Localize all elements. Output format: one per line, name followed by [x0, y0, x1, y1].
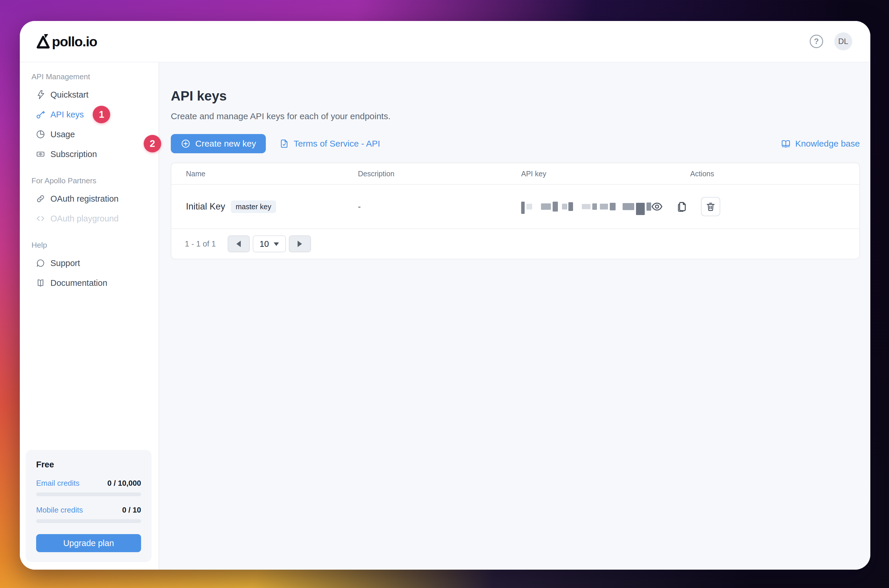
sidebar-section-api-management: API Management Quickstart API keys 1 Usa… [20, 72, 159, 164]
delete-key-button[interactable] [701, 197, 720, 216]
chat-icon [36, 258, 45, 268]
trash-icon [705, 201, 716, 212]
avatar[interactable]: DL [834, 32, 852, 50]
annotation-badge-1: 1 [93, 106, 110, 123]
key-name: Initial Key [186, 201, 225, 212]
main-content: API keys Create and manage API keys for … [159, 62, 870, 570]
view-key-button[interactable] [651, 201, 663, 213]
sidebar-item-api-keys[interactable]: API keys 1 [20, 105, 159, 124]
logo-wordmark: pollo.io [52, 33, 97, 50]
terms-of-service-link[interactable]: Terms of Service - API [279, 139, 380, 148]
app-body: API Management Quickstart API keys 1 Usa… [20, 62, 870, 570]
toolbar: 2 Create new key Terms of Service - API … [171, 134, 860, 153]
sidebar: API Management Quickstart API keys 1 Usa… [20, 62, 159, 570]
email-credits-row: Email credits 0 / 10,000 [36, 479, 141, 488]
master-key-badge: master key [231, 201, 276, 213]
apollo-logo[interactable]: pollo.io [36, 33, 97, 50]
key-name-cell: Initial Key master key [171, 201, 343, 213]
book-icon [36, 278, 45, 288]
mobile-credits-value: 0 / 10 [122, 506, 141, 514]
lightning-icon [36, 90, 45, 100]
key-description-cell: - [343, 202, 507, 212]
plan-name: Free [36, 460, 141, 470]
column-header-name: Name [171, 170, 343, 178]
page-title: API keys [171, 88, 860, 104]
plan-panel: Free Email credits 0 / 10,000 Mobile cre… [26, 450, 152, 562]
credit-card-icon [36, 149, 45, 159]
open-book-icon [781, 139, 791, 148]
mobile-credits-progressbar [36, 519, 141, 523]
sidebar-item-usage[interactable]: Usage [20, 124, 159, 144]
code-icon [36, 214, 45, 224]
section-title: Help [20, 241, 159, 250]
help-icon[interactable]: ? [810, 34, 823, 48]
section-title: For Apollo Partners [20, 176, 159, 185]
sidebar-item-quickstart[interactable]: Quickstart [20, 85, 159, 105]
mobile-credits-link[interactable]: Mobile credits [36, 506, 83, 514]
copy-icon [676, 201, 688, 213]
app-header: pollo.io ? DL [20, 21, 870, 62]
plus-circle-icon [181, 139, 191, 148]
api-keys-table: Name Description API key Actions Initial… [171, 163, 860, 260]
sidebar-item-oauth-registration[interactable]: OAuth registration [20, 189, 159, 208]
table-row: Initial Key master key - [171, 185, 859, 229]
actions-cell [651, 197, 720, 216]
sidebar-item-documentation[interactable]: Documentation [20, 273, 159, 293]
email-credits-value: 0 / 10,000 [107, 479, 141, 488]
annotation-badge-2: 2 [144, 135, 161, 152]
email-credits-progressbar [36, 492, 141, 496]
document-check-icon [279, 139, 289, 148]
pagination: 1 - 1 of 1 10 [171, 229, 859, 259]
sidebar-item-subscription[interactable]: Subscription [20, 144, 159, 164]
knowledge-base-link[interactable]: Knowledge base [781, 139, 860, 148]
eye-icon [651, 201, 663, 213]
apollo-triangle-icon [36, 34, 51, 49]
sidebar-section-help: Help Support Documentation [20, 241, 159, 293]
sidebar-item-oauth-playground: OAuth playground [20, 208, 159, 228]
email-credits-link[interactable]: Email credits [36, 479, 80, 488]
key-icon [36, 110, 45, 120]
page-size-select[interactable]: 10 [253, 236, 286, 252]
pie-chart-icon [36, 129, 45, 139]
column-header-actions: Actions [676, 170, 859, 178]
table-header-row: Name Description API key Actions [171, 163, 859, 185]
next-page-button[interactable] [289, 236, 311, 252]
chevron-down-icon [274, 242, 279, 249]
section-title: API Management [20, 72, 159, 81]
page-background: { "header": { "logo_text": "pollo.io", "… [0, 0, 889, 588]
key-value-cell [507, 195, 676, 218]
page-subtitle: Create and manage API keys for each of y… [171, 111, 860, 121]
mobile-credits-row: Mobile credits 0 / 10 [36, 506, 141, 514]
pagination-range: 1 - 1 of 1 [185, 240, 216, 249]
copy-key-button[interactable] [676, 201, 688, 213]
sidebar-section-partners: For Apollo Partners OAuth registration O… [20, 176, 159, 228]
chevron-left-icon [236, 241, 241, 247]
create-new-key-button[interactable]: Create new key [171, 134, 266, 153]
link-icon [36, 194, 45, 204]
upgrade-plan-button[interactable]: Upgrade plan [36, 534, 141, 552]
sidebar-item-support[interactable]: Support [20, 253, 159, 273]
chevron-right-icon [297, 241, 302, 247]
column-header-description: Description [343, 170, 507, 178]
previous-page-button[interactable] [228, 236, 250, 252]
app-window: pollo.io ? DL API Management Quickstart … [20, 21, 870, 570]
column-header-api-key: API key [507, 170, 676, 178]
